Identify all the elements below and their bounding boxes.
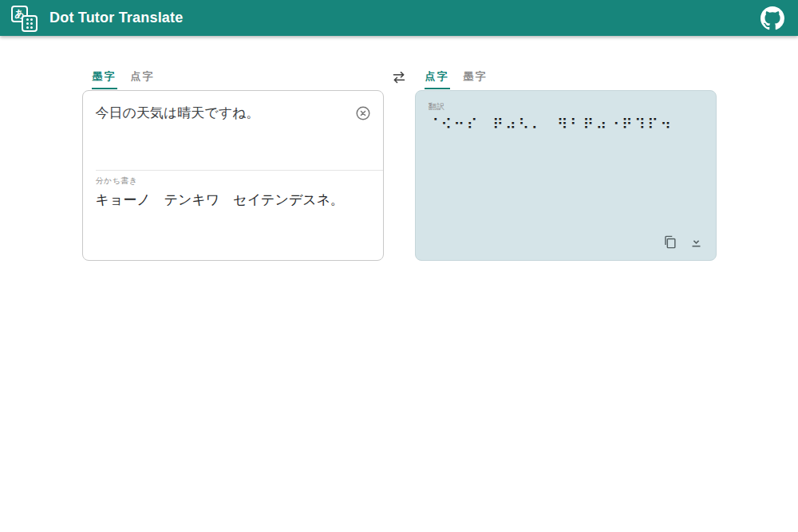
app-header: あ Dot Tutor Translate	[0, 0, 798, 36]
braille-output-card: 翻訳 ⠈⠪⠒⠎⠀⠟⠴⠣⠄⠀⠻⠃⠟⠴⠐⠟⠹⠏⠲	[415, 90, 717, 261]
braille-dots-icon	[22, 15, 38, 32]
copy-output-button[interactable]	[662, 234, 678, 250]
source-tabbar: 墨字 点字	[82, 68, 384, 90]
source-tab-tenji[interactable]: 点字	[130, 68, 156, 88]
wakachi-text: キョーノ テンキワ セイテンデスネ。	[96, 191, 370, 210]
clear-input-button[interactable]	[353, 103, 373, 124]
target-tab-sumiji[interactable]: 墨字	[463, 68, 488, 88]
translation-label: 翻訳	[429, 101, 703, 112]
github-link[interactable]	[760, 6, 785, 31]
source-text-input[interactable]: 今日の天気は晴天ですね。	[96, 104, 353, 124]
swap-direction-button[interactable]	[391, 70, 407, 85]
target-tab-tenji[interactable]: 点字	[425, 68, 450, 89]
copy-icon	[662, 234, 678, 250]
swap-horizontal-icon	[391, 70, 407, 85]
download-output-button[interactable]	[689, 235, 703, 249]
target-tabbar: 点字 墨字	[415, 68, 717, 90]
source-input-card: 今日の天気は晴天ですね。 分かち書き キョーノ テンキワ セイテンデスネ。	[82, 90, 384, 261]
braille-translate-logo: あ	[10, 3, 40, 33]
source-panel: 墨字 点字 今日の天気は晴天ですね。 分かち書き キョーノ テンキワ セ	[82, 68, 384, 261]
clear-circle-icon	[354, 104, 372, 122]
braille-output-text: ⠈⠪⠒⠎⠀⠟⠴⠣⠄⠀⠻⠃⠟⠴⠐⠟⠹⠏⠲	[429, 116, 703, 133]
translate-main: 墨字 点字 今日の天気は晴天ですね。 分かち書き キョーノ テンキワ セ	[0, 68, 798, 261]
download-icon	[689, 235, 703, 249]
target-panel: 点字 墨字 翻訳 ⠈⠪⠒⠎⠀⠟⠴⠣⠄⠀⠻⠃⠟⠴⠐⠟⠹⠏⠲	[415, 68, 717, 261]
output-actions	[662, 234, 703, 250]
app-title: Dot Tutor Translate	[49, 10, 183, 26]
source-tab-sumiji[interactable]: 墨字	[92, 68, 117, 89]
wakachi-label: 分かち書き	[96, 175, 370, 187]
github-icon	[760, 6, 784, 30]
